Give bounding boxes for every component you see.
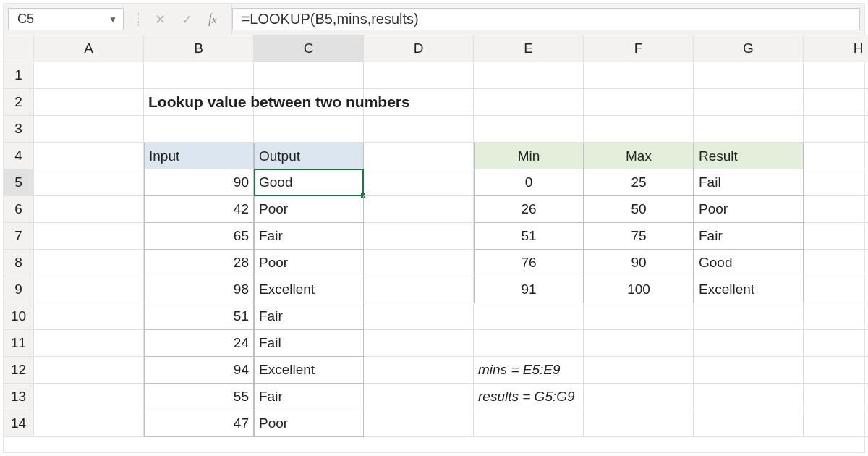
cell-A14[interactable] [34,410,144,437]
lookup-header-min[interactable]: Min [474,143,584,169]
cell-H14[interactable] [804,410,868,437]
cell-D7[interactable] [364,223,474,250]
cell-D8[interactable] [364,250,474,276]
col-header-A[interactable]: A [34,35,144,62]
cell-E1[interactable] [474,62,584,89]
cell-B12[interactable]: 94 [144,357,254,384]
cell-A7[interactable] [34,223,144,250]
cell-A1[interactable] [34,62,144,89]
cell-G2[interactable] [694,89,804,116]
cell-D10[interactable] [364,303,474,330]
cell-H9[interactable] [804,276,868,303]
io-header-input[interactable]: Input [144,143,254,169]
col-header-H[interactable]: H [804,35,868,62]
cell-G8[interactable]: Good [694,250,804,276]
cell-G13[interactable] [694,384,804,410]
cell-B11[interactable]: 24 [144,330,254,357]
cell-A10[interactable] [34,303,144,330]
cell-C11[interactable]: Fail [254,330,364,357]
formula-input[interactable]: =LOOKUP(B5,mins,results) [232,8,860,30]
lookup-header-max[interactable]: Max [584,143,694,169]
title-cell[interactable]: Lookup value between two numbers [144,89,254,116]
cell-H5[interactable] [804,169,868,196]
cell-A12[interactable] [34,357,144,384]
cell-A13[interactable] [34,384,144,410]
cell-C7[interactable]: Fair [254,223,364,250]
cell-D9[interactable] [364,276,474,303]
row-header-12[interactable]: 12 [4,357,34,384]
cell-F12[interactable] [584,357,694,384]
cell-G9[interactable]: Excellent [694,276,804,303]
cell-C13[interactable]: Fair [254,384,364,410]
row-header-1[interactable]: 1 [4,62,34,89]
cell-B6[interactable]: 42 [144,196,254,223]
cell-A8[interactable] [34,250,144,276]
cell-B8[interactable]: 28 [144,250,254,276]
cell-F2[interactable] [584,89,694,116]
cell-G11[interactable] [694,330,804,357]
row-header-3[interactable]: 3 [4,116,34,143]
cell-H3[interactable] [804,116,868,143]
row-header-14[interactable]: 14 [4,410,34,437]
cell-H10[interactable] [804,303,868,330]
col-header-F[interactable]: F [584,35,694,62]
cell-E10[interactable] [474,303,584,330]
cell-H11[interactable] [804,330,868,357]
cell-D4[interactable] [364,143,474,169]
cell-C9[interactable]: Excellent [254,276,364,303]
cell-E5[interactable]: 0 [474,169,584,196]
cell-F8[interactable]: 90 [584,250,694,276]
cell-A4[interactable] [34,143,144,169]
cell-E3[interactable] [474,116,584,143]
name-box[interactable]: C5 ▼ [8,8,124,30]
cell-G6[interactable]: Poor [694,196,804,223]
cell-C1[interactable] [254,62,364,89]
cell-D12[interactable] [364,357,474,384]
cell-A2[interactable] [34,89,144,116]
note-results[interactable]: results = G5:G9 [474,384,584,410]
cell-E9[interactable]: 91 [474,276,584,303]
cell-B10[interactable]: 51 [144,303,254,330]
cell-H8[interactable] [804,250,868,276]
cell-C6[interactable]: Poor [254,196,364,223]
io-header-output[interactable]: Output [254,143,364,169]
cell-H12[interactable] [804,357,868,384]
cell-B3[interactable] [144,116,254,143]
cell-A9[interactable] [34,276,144,303]
chevron-down-icon[interactable]: ▼ [109,14,117,25]
cell-F10[interactable] [584,303,694,330]
cell-E7[interactable]: 51 [474,223,584,250]
cell-C10[interactable]: Fair [254,303,364,330]
cell-B9[interactable]: 98 [144,276,254,303]
cell-F6[interactable]: 50 [584,196,694,223]
cell-C5[interactable]: Good [254,169,364,196]
cell-D1[interactable] [364,62,474,89]
cell-B14[interactable]: 47 [144,410,254,437]
lookup-header-result[interactable]: Result [694,143,804,169]
cell-A6[interactable] [34,196,144,223]
cell-H6[interactable] [804,196,868,223]
col-header-E[interactable]: E [474,35,584,62]
cell-H7[interactable] [804,223,868,250]
cell-C8[interactable]: Poor [254,250,364,276]
cell-G7[interactable]: Fair [694,223,804,250]
cell-F7[interactable]: 75 [584,223,694,250]
note-mins[interactable]: mins = E5:E9 [474,357,584,384]
enter-icon[interactable]: ✓ [182,13,192,26]
cell-D5[interactable] [364,169,474,196]
cell-G1[interactable] [694,62,804,89]
cell-H13[interactable] [804,384,868,410]
cell-C14[interactable]: Poor [254,410,364,437]
row-header-6[interactable]: 6 [4,196,34,223]
cell-D14[interactable] [364,410,474,437]
cell-E14[interactable] [474,410,584,437]
cell-D3[interactable] [364,116,474,143]
cancel-icon[interactable]: ✕ [155,13,166,26]
cell-G10[interactable] [694,303,804,330]
cell-F14[interactable] [584,410,694,437]
cell-F3[interactable] [584,116,694,143]
cell-E6[interactable]: 26 [474,196,584,223]
cell-C3[interactable] [254,116,364,143]
row-header-5[interactable]: 5 [4,169,34,196]
cell-A11[interactable] [34,330,144,357]
